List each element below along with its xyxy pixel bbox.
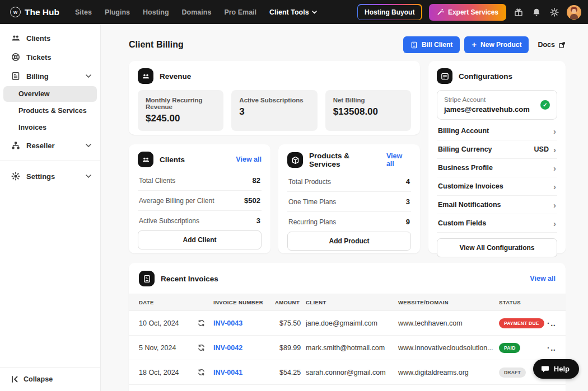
recent-invoices-card: Recent Invoices View all DATE INVOICE NU… <box>129 263 566 391</box>
revenue-card: Revenue Monthly Recurring Revenue $245.0… <box>129 61 420 135</box>
invoice-table-row: 5 Nov, 2024 INV-0042 $89.99 mark.smith@h… <box>129 336 566 360</box>
metric-row-active-subscriptions: Active Subscriptions3 <box>138 211 262 230</box>
external-link-icon <box>558 41 566 49</box>
sidebar: Clients Tickets Billing Overview Product… <box>0 24 101 391</box>
nav-item-hosting[interactable]: Hosting <box>143 8 169 16</box>
sidebar-item-settings[interactable]: Settings <box>0 167 100 186</box>
nav-item-domains[interactable]: Domains <box>182 8 212 16</box>
chevron-right-icon: › <box>553 127 556 135</box>
config-item-email-notifications[interactable]: Email Notifications › <box>437 196 557 214</box>
help-button[interactable]: Help <box>533 359 579 379</box>
row-actions-menu-button[interactable]: ··· <box>547 319 556 328</box>
gear-icon <box>11 172 20 181</box>
chat-bubble-icon <box>541 365 549 373</box>
wpmudev-logo-icon: w <box>10 7 21 17</box>
collapse-icon <box>11 376 18 383</box>
row-actions-menu-button[interactable]: ··· <box>547 343 556 352</box>
invoices-view-all-link[interactable]: View all <box>530 275 556 282</box>
metric-row-one-time-plans: One Time Plans3 <box>287 192 411 212</box>
sidebar-item-billing[interactable]: Billing <box>0 67 100 86</box>
chevron-right-icon: › <box>553 182 556 191</box>
main-content: Client Billing Bill Client + New Product… <box>101 24 588 391</box>
invoice-amount: $89.99 <box>275 344 306 352</box>
stat-tile-net-billing: Net Billing $13508.00 <box>325 90 411 131</box>
life-buoy-icon <box>11 53 20 62</box>
sidebar-subitem-invoices[interactable]: Invoices <box>3 120 97 135</box>
docs-link[interactable]: Docs <box>538 41 566 49</box>
invoice-domain: www.digitaldreams.org <box>398 369 499 376</box>
new-product-button[interactable]: + New Product <box>464 36 529 53</box>
invoice-client: sarah.connor@gmail.com <box>306 369 398 376</box>
revenue-title: Revenue <box>160 72 191 81</box>
product-box-icon <box>287 152 303 168</box>
view-all-configurations-button[interactable]: View All Configurations <box>437 238 557 257</box>
invoice-table-row: 10 Oct, 2024 INV-0043 $75.50 jane.doe@gm… <box>129 311 566 336</box>
sidebar-item-tickets[interactable]: Tickets <box>0 48 100 67</box>
clients-view-all-link[interactable]: View all <box>236 156 262 163</box>
invoice-date: 5 Nov, 2024 <box>139 344 198 352</box>
recurring-icon <box>198 344 213 351</box>
stripe-account-label: Stripe Account <box>444 96 530 103</box>
chevron-right-icon: › <box>553 219 556 228</box>
recurring-icon <box>198 369 213 376</box>
hub-logo[interactable]: w The Hub <box>10 7 59 17</box>
bill-client-button[interactable]: Bill Client <box>403 36 460 53</box>
stripe-account-email: james@creativehub.com <box>444 105 530 114</box>
expert-services-button[interactable]: Expert Services <box>429 4 506 21</box>
chevron-right-icon: › <box>553 145 556 154</box>
gift-icon[interactable] <box>513 7 524 18</box>
nav-item-sites[interactable]: Sites <box>75 8 92 16</box>
invoice-table-row: 18 Oct, 2024 INV-0041 $54.25 sarah.conno… <box>129 360 566 385</box>
sidebar-subitem-products-services[interactable]: Products & Services <box>3 103 97 119</box>
nav-item-plugins[interactable]: Plugins <box>105 8 130 16</box>
config-item-custom-fields[interactable]: Custom Fields › <box>437 214 557 233</box>
hosting-buyout-button[interactable]: Hosting Buyout <box>357 4 422 20</box>
invoice-number-link[interactable]: INV-0043 <box>213 319 275 327</box>
products-view-all-link[interactable]: View all <box>386 152 411 168</box>
magic-wand-icon <box>437 8 444 16</box>
sidebar-subitem-overview[interactable]: Overview <box>3 86 97 102</box>
sidebar-divider <box>0 161 100 161</box>
users-icon <box>11 34 20 43</box>
products-services-card: Products & Services View all Total Produ… <box>278 144 420 253</box>
user-avatar[interactable] <box>567 5 581 20</box>
column-header-date: DATE <box>139 299 213 305</box>
settings-gear-icon[interactable] <box>549 7 560 18</box>
config-item-customize-invoices[interactable]: Customize Invoices › <box>437 177 557 196</box>
config-item-billing-currency[interactable]: Billing Currency USD› <box>437 140 557 159</box>
configurations-title: Configurations <box>459 72 512 81</box>
invoice-client: mark.smith@hotmail.com <box>306 344 398 352</box>
notifications-bell-icon[interactable] <box>531 7 542 18</box>
nav-item-client-tools[interactable]: Client Tools <box>269 8 317 16</box>
metric-row-average-billing: Average Billing per Client$502 <box>138 191 262 211</box>
column-header-invoice-number: INVOICE NUMBER <box>213 299 275 305</box>
column-header-amount: AMOUNT <box>275 299 306 305</box>
metric-row-recurring-plans: Recurring Plans9 <box>287 212 411 232</box>
invoice-domain: www.techhaven.com <box>398 319 499 327</box>
invoice-number-link[interactable]: INV-0042 <box>213 344 275 352</box>
add-client-button[interactable]: Add Client <box>138 230 262 249</box>
stat-tile-active-subscriptions: Active Subscriptions 3 <box>231 90 317 131</box>
sidebar-item-reseller[interactable]: Reseller <box>0 136 100 155</box>
top-navbar: w The Hub Sites Plugins Hosting Domains … <box>0 0 588 24</box>
chevron-down-icon <box>86 144 91 147</box>
column-header-website-domain: WEBSITE/DOMAIN <box>398 299 499 305</box>
recent-invoices-title: Recent Invoices <box>161 275 218 283</box>
nav-item-pro-email[interactable]: Pro Email <box>224 8 256 16</box>
chevron-down-icon <box>86 74 91 78</box>
chevron-down-icon <box>86 175 91 178</box>
sidebar-collapse-button[interactable]: Collapse <box>0 367 100 391</box>
invoice-domain: www.innovativecloudsolution... <box>398 344 499 352</box>
invoice-date: 18 Oct, 2024 <box>139 369 198 376</box>
connected-check-icon: ✓ <box>540 100 550 110</box>
clients-card: Clients View all Total Clients82 Average… <box>129 144 270 253</box>
invoice-number-link[interactable]: INV-0041 <box>213 369 275 376</box>
config-item-business-profile[interactable]: Business Profile › <box>437 159 557 177</box>
sidebar-item-clients[interactable]: Clients <box>0 29 100 48</box>
add-product-button[interactable]: Add Product <box>287 232 411 251</box>
configurations-icon <box>437 68 452 84</box>
config-item-billing-account[interactable]: Billing Account › <box>437 122 557 140</box>
chevron-right-icon: › <box>553 164 556 172</box>
status-badge: PAID <box>499 343 520 353</box>
invoice-icon <box>410 41 418 49</box>
